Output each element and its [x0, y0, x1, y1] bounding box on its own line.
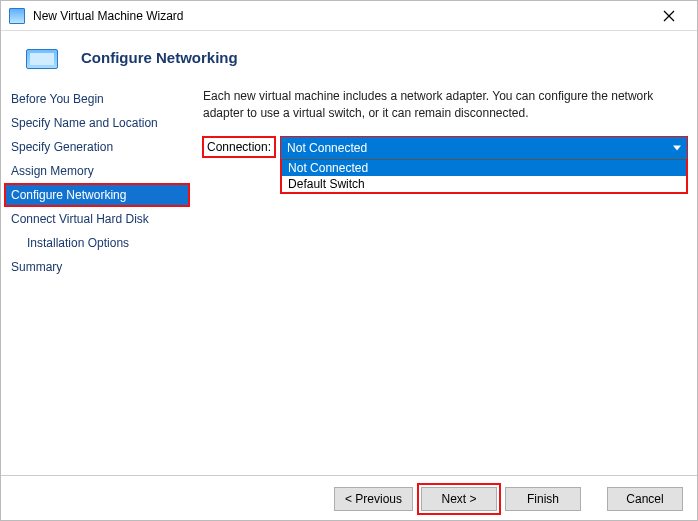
- step-configure-networking[interactable]: Configure Networking: [5, 184, 189, 206]
- step-summary[interactable]: Summary: [5, 256, 189, 278]
- step-specify-generation[interactable]: Specify Generation: [5, 136, 189, 158]
- step-before-you-begin[interactable]: Before You Begin: [5, 88, 189, 110]
- wizard-steps: Before You Begin Specify Name and Locati…: [1, 84, 193, 468]
- connection-dropdown: Not Connected Default Switch: [281, 159, 687, 193]
- option-not-connected[interactable]: Not Connected: [282, 160, 686, 176]
- close-button[interactable]: [649, 2, 689, 30]
- next-button[interactable]: Next >: [421, 487, 497, 511]
- close-icon: [663, 10, 675, 22]
- previous-button[interactable]: < Previous: [334, 487, 413, 511]
- connection-combo-wrap: Not Connected Not Connected Default Swit…: [281, 137, 687, 193]
- step-assign-memory[interactable]: Assign Memory: [5, 160, 189, 182]
- cancel-button[interactable]: Cancel: [607, 487, 683, 511]
- wizard-icon: [26, 49, 58, 69]
- connection-row: Connection: Not Connected Not Connected …: [203, 137, 687, 193]
- footer: < Previous Next > Finish Cancel: [1, 475, 697, 521]
- main-panel: Each new virtual machine includes a netw…: [193, 84, 697, 468]
- page-header: Configure Networking: [1, 31, 697, 84]
- step-installation-options[interactable]: Installation Options: [5, 232, 189, 254]
- connection-combobox[interactable]: Not Connected: [281, 137, 687, 159]
- content-area: Configure Networking Before You Begin Sp…: [1, 31, 697, 475]
- app-icon: [9, 8, 25, 24]
- window-title: New Virtual Machine Wizard: [33, 9, 649, 23]
- intro-text: Each new virtual machine includes a netw…: [203, 88, 687, 123]
- step-connect-vhd[interactable]: Connect Virtual Hard Disk: [5, 208, 189, 230]
- chevron-down-icon: [673, 145, 681, 150]
- titlebar: New Virtual Machine Wizard: [1, 1, 697, 31]
- option-default-switch[interactable]: Default Switch: [282, 176, 686, 192]
- page-title: Configure Networking: [81, 49, 697, 66]
- step-specify-name-location[interactable]: Specify Name and Location: [5, 112, 189, 134]
- body: Before You Begin Specify Name and Locati…: [1, 84, 697, 468]
- finish-button[interactable]: Finish: [505, 487, 581, 511]
- connection-selected-value: Not Connected: [287, 141, 367, 155]
- connection-label: Connection:: [203, 137, 275, 157]
